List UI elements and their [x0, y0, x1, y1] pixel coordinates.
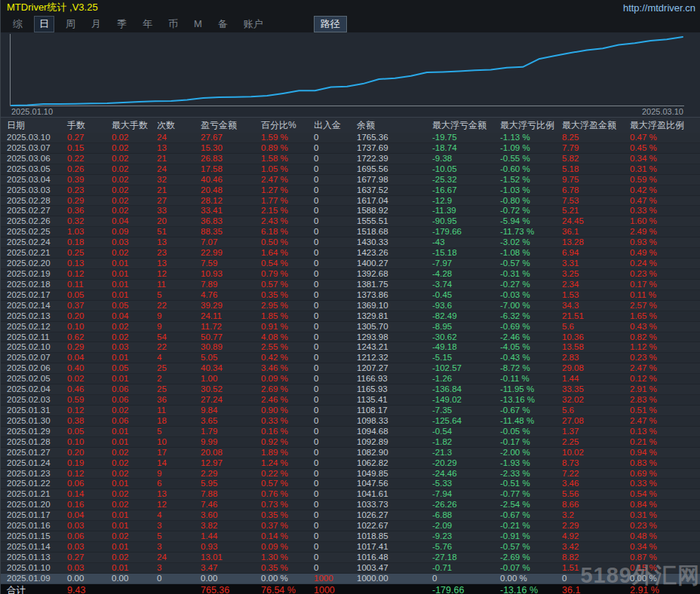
table-row[interactable]: 2025.03.100.270.022427.671.59 %01765.36-…: [1, 133, 700, 143]
menu-item-4[interactable]: 月: [87, 17, 106, 32]
table-row[interactable]: 2025.03.070.150.021315.300.89 %01737.69-…: [1, 143, 700, 154]
table-row[interactable]: 2025.01.290.050.0151.790.16 %01094.68-0.…: [1, 427, 700, 437]
table-row[interactable]: 2025.01.090.000.0000.000.00 %10001000.00…: [1, 574, 700, 584]
cell: 13: [155, 259, 199, 269]
column-header[interactable]: 最大浮亏金额: [431, 118, 499, 133]
cell: 2.47 %: [259, 175, 312, 185]
cell: 0.33 %: [259, 416, 312, 427]
column-header[interactable]: 最大浮盈金额: [560, 118, 628, 133]
table-row[interactable]: 2025.02.240.180.03137.070.50 %01430.33-4…: [1, 237, 700, 248]
menu-item-5[interactable]: 季: [112, 17, 131, 32]
menu-item-1[interactable]: 综: [8, 17, 27, 32]
table-row[interactable]: 2025.02.130.200.04924.111.85 %01329.81-8…: [1, 311, 700, 322]
table-row[interactable]: 2025.02.030.590.063627.242.46 %01135.41-…: [1, 395, 700, 406]
cell: -136.84: [431, 384, 499, 395]
table-row[interactable]: 2025.02.210.250.022322.991.64 %01423.26-…: [1, 248, 700, 259]
cell: 27.08: [560, 416, 628, 427]
table-row[interactable]: 2025.02.060.400.052540.343.46 %01207.27-…: [1, 363, 700, 374]
table-row[interactable]: 2025.01.170.040.0143.600.35 %01026.27-6.…: [1, 510, 700, 521]
column-header[interactable]: 次数: [155, 118, 199, 133]
table-row[interactable]: 2025.01.230.120.0292.290.22 %01049.85-24…: [1, 469, 700, 479]
table-row[interactable]: 2025.02.050.020.0121.000.09 %01166.93-1.…: [1, 374, 700, 384]
cell: 2025.02.21: [1, 248, 66, 259]
table-row[interactable]: 2025.02.190.120.011210.930.79 %01392.68-…: [1, 269, 700, 280]
table-row[interactable]: 2025.01.140.030.0130.930.09 %01017.41-5.…: [1, 542, 700, 553]
cell: 0.35 %: [259, 510, 312, 521]
table-row[interactable]: 2025.01.130.270.022413.011.30 %01016.48-…: [1, 553, 700, 563]
table-row[interactable]: 2025.03.050.260.022417.581.05 %01695.56-…: [1, 164, 700, 175]
cell: 0.34 %: [628, 542, 700, 553]
table-row[interactable]: 2025.01.220.060.0165.950.57 %01047.56-5.…: [1, 479, 700, 489]
table-row[interactable]: 2025.01.310.120.02119.840.90 %01108.17-7…: [1, 406, 700, 416]
table-row[interactable]: 2025.02.260.320.042036.832.43 %01555.51-…: [1, 216, 700, 227]
path-button[interactable]: 路径: [314, 16, 347, 32]
table-row[interactable]: 2025.02.280.290.022728.121.77 %01617.04-…: [1, 196, 700, 207]
cell: 1.85 %: [259, 311, 312, 322]
column-header[interactable]: 出入金: [312, 118, 355, 133]
table-row[interactable]: 2025.02.120.100.02911.720.91 %01305.70-8…: [1, 322, 700, 332]
table-row[interactable]: 2025.02.270.360.023333.412.15 %01588.92-…: [1, 206, 700, 216]
column-header[interactable]: 余额: [355, 118, 431, 133]
app-url-link[interactable]: http://mtdriver.cn: [623, 2, 695, 14]
menu-item-2[interactable]: 日: [34, 16, 54, 32]
cell: 0.23: [66, 185, 110, 196]
cell: 0.89 %: [259, 143, 312, 154]
cell: 0.09: [110, 227, 155, 237]
cell: 1.53: [560, 290, 628, 301]
table-row[interactable]: 2025.01.200.160.02127.460.73 %01033.73-2…: [1, 500, 700, 510]
table-row[interactable]: 2025.01.160.030.0133.820.37 %01022.67-2.…: [1, 521, 700, 531]
menu-item-6[interactable]: 年: [138, 17, 157, 32]
column-header[interactable]: 最大手数: [110, 118, 155, 133]
table-row[interactable]: 2025.02.070.040.0145.050.42 %01212.32-5.…: [1, 353, 700, 363]
table-row[interactable]: 2025.02.200.130.01137.590.54 %01400.27-7…: [1, 259, 700, 269]
cell: 24: [155, 164, 199, 175]
table-row[interactable]: 2025.01.100.030.0133.470.35 %01003.47-0.…: [1, 563, 700, 574]
menu-item-10[interactable]: 账户: [239, 17, 268, 32]
table-row[interactable]: 2025.02.040.460.062530.522.69 %01165.93-…: [1, 384, 700, 395]
cell: 2.55 %: [259, 342, 312, 353]
table-row[interactable]: 2025.02.170.050.0154.760.35 %01373.86-0.…: [1, 290, 700, 301]
menu-item-9[interactable]: 备: [213, 17, 232, 32]
cell: 32: [155, 175, 199, 185]
column-header[interactable]: 最大浮盈比例: [628, 118, 700, 133]
column-header[interactable]: 日期: [1, 118, 66, 133]
table-row[interactable]: 2025.03.040.390.023240.462.47 %01677.98-…: [1, 175, 700, 185]
cell: 7.88: [199, 489, 259, 500]
cell: -90.95: [431, 216, 499, 227]
column-header[interactable]: 最大浮亏比例: [499, 118, 560, 133]
column-header[interactable]: 百分比%: [259, 118, 312, 133]
cell: 0.47 %: [628, 196, 700, 207]
table-row[interactable]: 2025.02.251.030.095188.356.18 %01518.68-…: [1, 227, 700, 237]
cell: 0.02: [110, 332, 155, 343]
cell: 1.12 %: [628, 342, 700, 353]
table-row[interactable]: 2025.01.210.140.02137.880.76 %01041.61-7…: [1, 489, 700, 500]
menu-item-3[interactable]: 周: [61, 17, 80, 32]
cell: 0.02: [110, 406, 155, 416]
cell: 0.59: [66, 395, 110, 406]
cell: 2025.02.03: [1, 395, 66, 406]
table-row[interactable]: 2025.03.030.230.022120.481.27 %01637.52-…: [1, 185, 700, 196]
cell: -0.27 %: [499, 280, 560, 290]
app-title: MTDriver统计 ,V3.25: [7, 1, 98, 14]
cell: 11.72: [199, 322, 259, 332]
cell: 2.47 %: [628, 416, 700, 427]
column-header[interactable]: 盈亏金额: [199, 118, 259, 133]
table-row[interactable]: 2025.01.240.190.021412.971.24 %01062.82-…: [1, 458, 700, 469]
column-header[interactable]: 手数: [66, 118, 110, 133]
cell: 28.12: [199, 196, 259, 207]
table-row[interactable]: 2025.02.140.370.052239.292.95 %01369.10-…: [1, 301, 700, 311]
table-row[interactable]: 2025.01.150.060.0251.440.14 %01018.85-9.…: [1, 531, 700, 542]
table-row[interactable]: 2025.01.280.100.01109.990.92 %01092.89-1…: [1, 437, 700, 448]
table-row[interactable]: 2025.01.270.200.021720.081.89 %01082.90-…: [1, 448, 700, 458]
cell: 5.21: [560, 206, 628, 216]
cell: -0.43 %: [499, 353, 560, 363]
table-row[interactable]: 2025.03.060.220.022126.831.58 %01722.39-…: [1, 154, 700, 164]
cell: 1518.68: [355, 227, 431, 237]
menu-item-7[interactable]: 币: [164, 17, 183, 32]
menu-item-8[interactable]: M: [189, 17, 207, 30]
table-row[interactable]: 2025.02.180.110.01117.890.57 %01381.75-3…: [1, 280, 700, 290]
cell: 0.06: [110, 384, 155, 395]
table-row[interactable]: 2025.01.300.380.06183.650.33 %01098.33-1…: [1, 416, 700, 427]
table-row[interactable]: 2025.02.110.620.025450.774.08 %01293.98-…: [1, 332, 700, 343]
table-row[interactable]: 2025.02.100.290.032230.892.55 %01243.21-…: [1, 342, 700, 353]
